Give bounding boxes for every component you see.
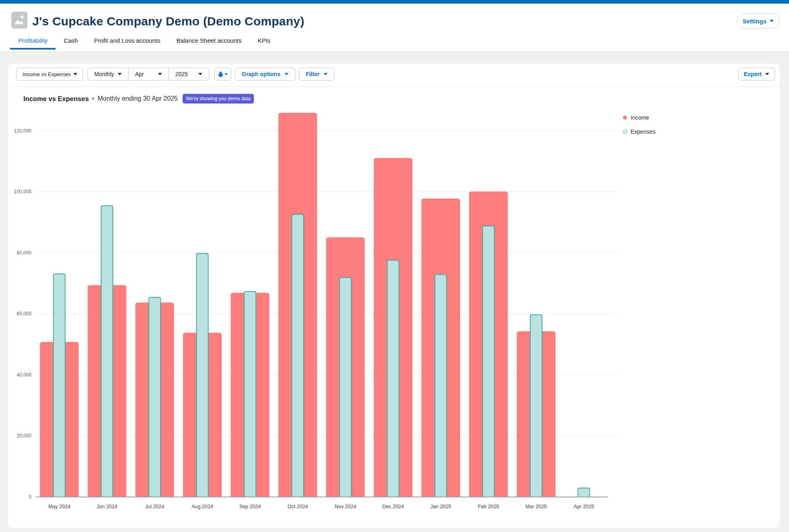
app-header: J's Cupcake Company Demo (Demo Company) …: [0, 4, 789, 52]
y-axis-label: 20,000: [17, 433, 31, 439]
droplet-icon: [218, 71, 223, 77]
chart-toolbar: Income vs Expenses Monthly Apr 2025: [8, 64, 780, 87]
chevron-down-icon: [158, 73, 162, 75]
filter-label: Filter: [306, 71, 320, 77]
expenses-bar-Jan-2025[interactable]: [435, 275, 446, 497]
chevron-down-icon: [198, 73, 202, 75]
chevron-down-icon: [324, 73, 328, 75]
income-expenses-chart: 020,00040,00060,00080,000100,000120,000M…: [8, 87, 780, 528]
chevron-down-icon: [770, 20, 774, 22]
chevron-down-icon: [118, 73, 122, 75]
y-axis-label: 80,000: [17, 250, 31, 256]
year-dropdown[interactable]: 2025: [168, 68, 209, 80]
chevron-down-icon: [73, 73, 77, 75]
x-axis-label: Dec 2024: [382, 504, 404, 509]
tab-profit-and-loss-accounts[interactable]: Profit and Loss accounts: [86, 37, 168, 50]
top-accent-bar: [0, 0, 789, 4]
expenses-bar-Mar-2025[interactable]: [530, 315, 542, 497]
expenses-bar-Sep-2024[interactable]: [244, 292, 256, 497]
settings-button[interactable]: Settings: [737, 13, 780, 29]
company-logo-placeholder[interactable]: [11, 12, 27, 29]
expenses-bar-Nov-2024[interactable]: [340, 277, 351, 497]
period-dropdown-group: Monthly Apr 2025: [87, 68, 209, 81]
x-axis-label: Sep 2024: [239, 504, 261, 509]
graph-options-button[interactable]: Graph options: [235, 68, 295, 81]
tab-kpis[interactable]: KPIs: [249, 37, 278, 50]
settings-label: Settings: [743, 18, 766, 25]
page-title: J's Cupcake Company Demo (Demo Company): [32, 14, 304, 28]
expenses-bar-Dec-2024[interactable]: [387, 260, 399, 497]
metric-dropdown-value: Income vs Expenses: [23, 71, 71, 77]
expenses-bar-May-2024[interactable]: [54, 274, 65, 497]
x-axis-label: Nov 2024: [334, 504, 356, 509]
chevron-down-icon: [224, 73, 228, 75]
page-background: Income vs Expenses Monthly Apr 2025: [0, 52, 789, 532]
expenses-bar-Oct-2024[interactable]: [292, 214, 303, 497]
chevron-down-icon: [765, 73, 769, 75]
image-add-icon: [13, 14, 25, 27]
x-axis-label: Apr 2025: [573, 504, 594, 509]
x-axis-label: Feb 2025: [478, 504, 499, 509]
tab-balance-sheet-accounts[interactable]: Balance Sheet accounts: [168, 37, 250, 50]
expenses-bar-Apr-2025[interactable]: [578, 488, 590, 497]
x-axis-label: Jun 2024: [97, 504, 117, 509]
expenses-bar-Jun-2024[interactable]: [101, 206, 113, 497]
x-axis-label: Jan 2025: [430, 504, 451, 509]
tab-cash[interactable]: Cash: [56, 37, 86, 50]
month-dropdown-value: Apr: [135, 71, 144, 77]
month-dropdown[interactable]: Apr: [128, 68, 168, 80]
x-axis-label: May 2024: [48, 504, 71, 509]
chevron-down-icon: [284, 73, 289, 75]
tab-bar: Profitability Cash Profit and Loss accou…: [10, 37, 278, 50]
metric-dropdown[interactable]: Income vs Expenses: [16, 68, 83, 81]
y-axis-label: 40,000: [17, 372, 31, 378]
x-axis-label: Mar 2025: [525, 504, 547, 509]
graph-options-label: Graph options: [242, 71, 280, 77]
frequency-dropdown[interactable]: Monthly: [88, 68, 128, 80]
y-axis-label: 120,000: [14, 128, 32, 134]
year-dropdown-value: 2025: [175, 71, 188, 77]
export-label: Export: [744, 71, 762, 77]
tab-profitability[interactable]: Profitability: [10, 37, 56, 50]
chart-card: Income vs Expenses Monthly Apr 2025: [8, 64, 780, 528]
chart-area: Income vs Expenses • Monthly ending 30 A…: [8, 87, 780, 528]
theme-color-dropdown[interactable]: [214, 68, 231, 81]
x-axis-label: Jul 2024: [145, 504, 164, 509]
expenses-bar-Feb-2025[interactable]: [483, 226, 494, 497]
frequency-dropdown-value: Monthly: [94, 71, 114, 77]
y-axis-label: 100,000: [14, 189, 32, 195]
filter-button[interactable]: Filter: [299, 68, 334, 81]
expenses-bar-Aug-2024[interactable]: [197, 253, 208, 497]
y-axis-label: 60,000: [17, 311, 31, 317]
export-button[interactable]: Export: [738, 68, 775, 81]
y-axis-label: 0: [29, 494, 31, 500]
x-axis-label: Oct 2024: [287, 504, 308, 509]
expenses-bar-Jul-2024[interactable]: [149, 297, 160, 497]
x-axis-label: Aug 2024: [191, 504, 213, 509]
